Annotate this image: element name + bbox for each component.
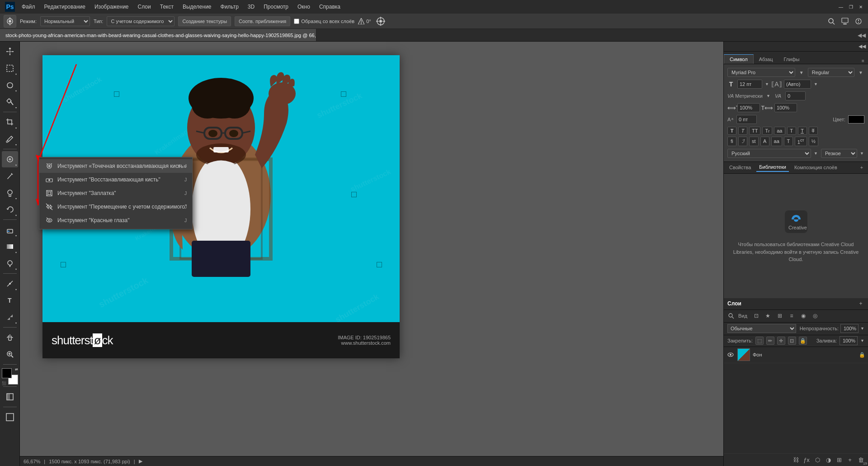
hand-tool[interactable] <box>2 329 18 346</box>
marquee-tool[interactable]: ▾ <box>2 60 18 76</box>
smallcaps-style[interactable]: Tr <box>762 127 772 135</box>
lock-all-button[interactable]: 🔒 <box>799 337 807 345</box>
font-browse-icon[interactable]: ▼ <box>798 69 805 76</box>
italic-style[interactable]: T <box>738 127 747 135</box>
fraction-half[interactable]: ½ <box>809 137 818 146</box>
reset-colors-icon[interactable]: ⬛ <box>2 381 6 385</box>
font-size-input[interactable] <box>737 80 762 89</box>
text-color-box[interactable] <box>848 115 864 124</box>
menu-text[interactable]: Текст <box>156 2 177 12</box>
search-icon[interactable] <box>826 15 837 27</box>
minimize-button[interactable]: — <box>837 3 844 10</box>
layer-type-icon[interactable]: ⊡ <box>752 311 761 320</box>
brush-tool[interactable] <box>2 168 18 184</box>
blending-mode-select[interactable]: Обычные <box>727 324 796 333</box>
hscale-input[interactable] <box>737 103 760 112</box>
tab-paragraph[interactable]: Абзац <box>754 54 778 64</box>
magic-wand-tool[interactable]: ▾ <box>2 94 18 110</box>
eyedropper-tool[interactable]: ▾ <box>2 131 18 147</box>
crop-tool[interactable]: ▾ <box>2 114 18 130</box>
subscript-style[interactable]: T <box>787 127 796 135</box>
path-selection-tool[interactable]: ▾ <box>2 309 18 325</box>
ligature-fi[interactable]: fi <box>727 137 736 146</box>
maximize-button[interactable]: ❐ <box>847 3 854 10</box>
eraser-tool[interactable]: ▾ <box>2 222 18 238</box>
baseline-input[interactable] <box>736 115 757 124</box>
document-tab[interactable]: stock-photo-young-african-american-man-w… <box>0 29 316 41</box>
lock-image-button[interactable]: ✏ <box>766 337 774 345</box>
swash-icon[interactable]: ℐ <box>738 137 747 146</box>
size-dropdown[interactable]: ▼ <box>765 82 769 86</box>
all-layers-input[interactable] <box>294 19 299 24</box>
leading-dropdown[interactable]: ▼ <box>814 82 818 86</box>
dodge-tool[interactable]: ▾ <box>2 255 18 271</box>
fill-arrow[interactable]: ▼ <box>860 338 864 343</box>
layer-effect-icon[interactable]: ★ <box>764 311 773 320</box>
add-mask-button[interactable]: ⬡ <box>813 456 822 465</box>
lock-transparent-button[interactable]: ⬚ <box>755 337 764 345</box>
aa-style[interactable]: aa <box>771 137 782 146</box>
layer-mode-icon[interactable]: ⊞ <box>775 311 784 320</box>
antialias-select[interactable]: Резкое <box>821 149 857 158</box>
ctx-healing-brush[interactable]: Инструмент "Восстанавливающая кисть" J <box>39 173 192 186</box>
heal-tool[interactable]: ▾ <box>2 151 18 167</box>
layer-item-background[interactable]: Фон 🔒 <box>724 347 868 363</box>
tab-glyphs[interactable]: Глифы <box>778 54 805 64</box>
layer-color-icon[interactable]: ◉ <box>799 311 808 320</box>
ctx-content-aware-move[interactable]: Инструмент "Перемещение с учетом содержи… <box>39 200 192 214</box>
tracking-input[interactable] <box>785 91 806 100</box>
underline-style[interactable]: T <box>798 127 807 135</box>
menu-edit[interactable]: Редактирование <box>41 2 89 12</box>
add-fill-button[interactable]: ◑ <box>824 456 833 465</box>
tab-symbol[interactable]: Символ <box>724 54 754 64</box>
menu-select[interactable]: Выделение <box>179 2 215 12</box>
gradient-tool[interactable]: ▾ <box>2 238 18 255</box>
menu-help[interactable]: Справка <box>316 2 344 12</box>
screen-mode-button[interactable] <box>2 409 18 425</box>
lock-artboards-button[interactable]: ⊡ <box>788 337 796 345</box>
panel-collapse-button[interactable]: ◀◀ <box>855 29 868 42</box>
ordinal-a[interactable]: A <box>760 137 769 146</box>
allcaps-style[interactable]: TT <box>749 127 760 135</box>
sub-tab-add-icon[interactable]: + <box>858 164 865 171</box>
text-tool[interactable]: T <box>2 292 18 309</box>
swap-colors-icon[interactable]: ⇄ <box>15 367 18 371</box>
font-family-select[interactable]: Myriad Pro <box>727 68 795 77</box>
foreground-color-swatch[interactable] <box>2 368 12 378</box>
collapse-panel-icon[interactable]: ◀◀ <box>858 43 866 51</box>
approx-button[interactable]: Соотв. приближения <box>235 16 290 26</box>
antialias-dropdown[interactable]: ▼ <box>860 151 864 156</box>
ctx-red-eye[interactable]: Инструмент "Красные глаза" J <box>39 214 192 227</box>
kerning-dropdown[interactable]: ▼ <box>766 94 771 98</box>
font-style-select[interactable]: Regular <box>808 68 854 77</box>
language-select[interactable]: Русский <box>727 149 811 158</box>
ordinal-1[interactable]: 1ст <box>795 137 807 146</box>
menu-file[interactable]: Файл <box>18 2 39 12</box>
subtab-libraries[interactable]: Библиотеки <box>756 163 789 172</box>
subtab-compositions[interactable]: Композиция слоёв <box>792 163 840 171</box>
ctx-spot-healing[interactable]: Инструмент «Точечная восстанавливающая к… <box>39 159 192 173</box>
menu-image[interactable]: Изображение <box>91 2 132 12</box>
vscale-input[interactable] <box>774 103 797 112</box>
link-layers-button[interactable]: ⛓ <box>791 456 800 465</box>
ctx-patch[interactable]: Инструмент "Заплатка" J <box>39 186 192 200</box>
pen-tool[interactable]: ▾ <box>2 276 18 292</box>
close-button[interactable]: ✕ <box>857 3 864 10</box>
add-group-button[interactable]: ⊞ <box>835 456 844 465</box>
bold-style[interactable]: T <box>727 127 736 135</box>
strikethrough-style[interactable]: T <box>809 127 818 135</box>
menu-3d[interactable]: 3D <box>244 2 258 12</box>
clone-tool[interactable]: ▾ <box>2 185 18 201</box>
texture-button[interactable]: Создание текстуры <box>178 16 231 26</box>
add-style-button[interactable]: ƒx <box>802 456 811 465</box>
lock-position-button[interactable]: ✛ <box>777 337 785 345</box>
options-icon[interactable] <box>853 15 864 27</box>
move-tool[interactable] <box>2 43 18 60</box>
t-style5[interactable]: T <box>784 137 793 146</box>
workspace-icon[interactable] <box>839 15 851 27</box>
subtab-properties[interactable]: Свойства <box>726 163 754 171</box>
menu-view[interactable]: Просмотр <box>260 2 292 12</box>
menu-window[interactable]: Окно <box>294 2 314 12</box>
fill-input[interactable]: 100% <box>840 336 858 345</box>
menu-layers[interactable]: Слои <box>134 2 155 12</box>
